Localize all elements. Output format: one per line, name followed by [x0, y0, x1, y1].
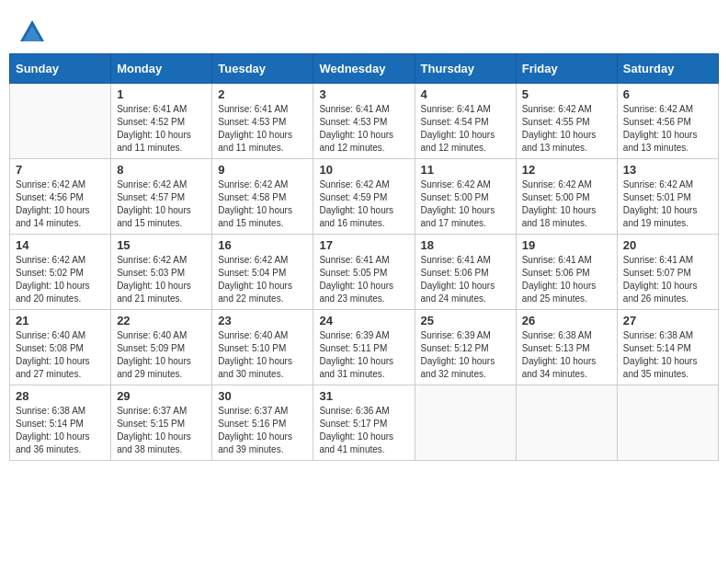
day-number: 15: [117, 238, 206, 252]
calendar-cell: 18Sunrise: 6:41 AM Sunset: 5:06 PM Dayli…: [415, 235, 516, 310]
day-info: Sunrise: 6:40 AM Sunset: 5:09 PM Dayligh…: [117, 329, 206, 381]
calendar-cell: 19Sunrise: 6:41 AM Sunset: 5:06 PM Dayli…: [516, 235, 617, 310]
day-number: 13: [623, 163, 712, 177]
calendar-cell: 21Sunrise: 6:40 AM Sunset: 5:08 PM Dayli…: [10, 310, 111, 385]
day-number: 6: [623, 87, 712, 101]
day-info: Sunrise: 6:42 AM Sunset: 5:02 PM Dayligh…: [16, 254, 105, 305]
day-info: Sunrise: 6:42 AM Sunset: 5:04 PM Dayligh…: [218, 254, 307, 305]
day-info: Sunrise: 6:41 AM Sunset: 5:06 PM Dayligh…: [522, 254, 611, 305]
day-info: Sunrise: 6:42 AM Sunset: 4:56 PM Dayligh…: [623, 103, 712, 155]
calendar-cell: 23Sunrise: 6:40 AM Sunset: 5:10 PM Dayli…: [212, 310, 313, 385]
day-number: 19: [522, 238, 611, 252]
calendar-cell: 11Sunrise: 6:42 AM Sunset: 5:00 PM Dayli…: [415, 159, 516, 235]
day-info: Sunrise: 6:42 AM Sunset: 4:59 PM Dayligh…: [319, 178, 408, 230]
calendar-cell: 25Sunrise: 6:39 AM Sunset: 5:12 PM Dayli…: [415, 310, 516, 385]
calendar-cell: 1Sunrise: 6:41 AM Sunset: 4:52 PM Daylig…: [111, 84, 212, 159]
header-monday: Monday: [111, 54, 212, 84]
logo-icon: [18, 18, 46, 46]
calendar-week-row: 21Sunrise: 6:40 AM Sunset: 5:08 PM Dayli…: [10, 310, 719, 385]
calendar-cell: 16Sunrise: 6:42 AM Sunset: 5:04 PM Dayli…: [212, 235, 313, 310]
day-info: Sunrise: 6:38 AM Sunset: 5:14 PM Dayligh…: [623, 329, 712, 381]
header-saturday: Saturday: [617, 54, 718, 84]
day-number: 14: [16, 238, 105, 252]
calendar-cell: [415, 385, 516, 461]
day-info: Sunrise: 6:40 AM Sunset: 5:10 PM Dayligh…: [218, 329, 307, 381]
day-number: 2: [218, 87, 307, 101]
day-number: 25: [421, 314, 510, 327]
day-number: 12: [522, 163, 611, 177]
day-number: 16: [218, 238, 307, 252]
calendar-cell: 3Sunrise: 6:41 AM Sunset: 4:53 PM Daylig…: [313, 84, 415, 159]
day-number: 5: [522, 87, 611, 101]
calendar-cell: 5Sunrise: 6:42 AM Sunset: 4:55 PM Daylig…: [516, 84, 617, 159]
day-info: Sunrise: 6:39 AM Sunset: 5:11 PM Dayligh…: [319, 329, 408, 381]
calendar-cell: [516, 385, 617, 461]
day-number: 26: [522, 314, 611, 327]
calendar-cell: [617, 385, 718, 461]
day-info: Sunrise: 6:42 AM Sunset: 5:00 PM Dayligh…: [421, 178, 510, 230]
calendar-week-row: 1Sunrise: 6:41 AM Sunset: 4:52 PM Daylig…: [10, 84, 719, 159]
day-number: 18: [421, 238, 510, 252]
day-number: 28: [16, 389, 105, 403]
day-info: Sunrise: 6:41 AM Sunset: 5:07 PM Dayligh…: [623, 254, 712, 305]
day-info: Sunrise: 6:42 AM Sunset: 4:57 PM Dayligh…: [117, 178, 206, 230]
day-info: Sunrise: 6:42 AM Sunset: 4:58 PM Dayligh…: [218, 178, 307, 230]
day-number: 10: [319, 163, 408, 177]
day-number: 29: [117, 389, 206, 403]
day-number: 3: [319, 87, 408, 101]
day-info: Sunrise: 6:40 AM Sunset: 5:08 PM Dayligh…: [16, 329, 105, 381]
calendar-cell: 13Sunrise: 6:42 AM Sunset: 5:01 PM Dayli…: [617, 159, 718, 235]
calendar-cell: 10Sunrise: 6:42 AM Sunset: 4:59 PM Dayli…: [313, 159, 415, 235]
calendar-cell: 22Sunrise: 6:40 AM Sunset: 5:09 PM Dayli…: [111, 310, 212, 385]
day-info: Sunrise: 6:41 AM Sunset: 5:05 PM Dayligh…: [319, 254, 408, 305]
day-info: Sunrise: 6:42 AM Sunset: 5:03 PM Dayligh…: [117, 254, 206, 305]
calendar-table: SundayMondayTuesdayWednesdayThursdayFrid…: [9, 53, 719, 461]
calendar-cell: [10, 84, 111, 159]
day-number: 27: [623, 314, 712, 327]
day-number: 22: [117, 314, 206, 327]
day-info: Sunrise: 6:39 AM Sunset: 5:12 PM Dayligh…: [421, 329, 510, 381]
day-info: Sunrise: 6:38 AM Sunset: 5:14 PM Dayligh…: [16, 405, 105, 456]
day-number: 21: [16, 314, 105, 327]
calendar-cell: 6Sunrise: 6:42 AM Sunset: 4:56 PM Daylig…: [617, 84, 718, 159]
day-info: Sunrise: 6:41 AM Sunset: 5:06 PM Dayligh…: [421, 254, 510, 305]
day-number: 9: [218, 163, 307, 177]
calendar-cell: 4Sunrise: 6:41 AM Sunset: 4:54 PM Daylig…: [415, 84, 516, 159]
calendar-cell: 30Sunrise: 6:37 AM Sunset: 5:16 PM Dayli…: [212, 385, 313, 461]
calendar-cell: 28Sunrise: 6:38 AM Sunset: 5:14 PM Dayli…: [10, 385, 111, 461]
calendar-cell: 14Sunrise: 6:42 AM Sunset: 5:02 PM Dayli…: [10, 235, 111, 310]
calendar-cell: 27Sunrise: 6:38 AM Sunset: 5:14 PM Dayli…: [617, 310, 718, 385]
day-number: 30: [218, 389, 307, 403]
calendar-week-row: 28Sunrise: 6:38 AM Sunset: 5:14 PM Dayli…: [10, 385, 719, 461]
day-info: Sunrise: 6:38 AM Sunset: 5:13 PM Dayligh…: [522, 329, 611, 381]
calendar-week-row: 14Sunrise: 6:42 AM Sunset: 5:02 PM Dayli…: [10, 235, 719, 310]
day-info: Sunrise: 6:42 AM Sunset: 4:56 PM Dayligh…: [16, 178, 105, 230]
header-sunday: Sunday: [10, 54, 111, 84]
day-info: Sunrise: 6:41 AM Sunset: 4:52 PM Dayligh…: [117, 103, 206, 155]
day-info: Sunrise: 6:41 AM Sunset: 4:53 PM Dayligh…: [319, 103, 408, 155]
calendar-cell: 29Sunrise: 6:37 AM Sunset: 5:15 PM Dayli…: [111, 385, 212, 461]
calendar-cell: 12Sunrise: 6:42 AM Sunset: 5:00 PM Dayli…: [516, 159, 617, 235]
calendar-cell: 7Sunrise: 6:42 AM Sunset: 4:56 PM Daylig…: [10, 159, 111, 235]
calendar-header-row: SundayMondayTuesdayWednesdayThursdayFrid…: [10, 54, 719, 84]
day-number: 7: [16, 163, 105, 177]
day-info: Sunrise: 6:42 AM Sunset: 5:01 PM Dayligh…: [623, 178, 712, 230]
calendar-cell: 2Sunrise: 6:41 AM Sunset: 4:53 PM Daylig…: [212, 84, 313, 159]
day-number: 17: [319, 238, 408, 252]
day-info: Sunrise: 6:42 AM Sunset: 4:55 PM Dayligh…: [522, 103, 611, 155]
page-header: [9, 9, 719, 53]
calendar-cell: 31Sunrise: 6:36 AM Sunset: 5:17 PM Dayli…: [313, 385, 415, 461]
header-tuesday: Tuesday: [212, 54, 313, 84]
day-info: Sunrise: 6:41 AM Sunset: 4:54 PM Dayligh…: [421, 103, 510, 155]
calendar-cell: 24Sunrise: 6:39 AM Sunset: 5:11 PM Dayli…: [313, 310, 415, 385]
header-friday: Friday: [516, 54, 617, 84]
day-number: 31: [319, 389, 408, 403]
day-number: 24: [319, 314, 408, 327]
calendar-cell: 17Sunrise: 6:41 AM Sunset: 5:05 PM Dayli…: [313, 235, 415, 310]
day-number: 4: [421, 87, 510, 101]
day-number: 20: [623, 238, 712, 252]
calendar-cell: 9Sunrise: 6:42 AM Sunset: 4:58 PM Daylig…: [212, 159, 313, 235]
calendar-cell: 26Sunrise: 6:38 AM Sunset: 5:13 PM Dayli…: [516, 310, 617, 385]
day-number: 1: [117, 87, 206, 101]
day-number: 23: [218, 314, 307, 327]
